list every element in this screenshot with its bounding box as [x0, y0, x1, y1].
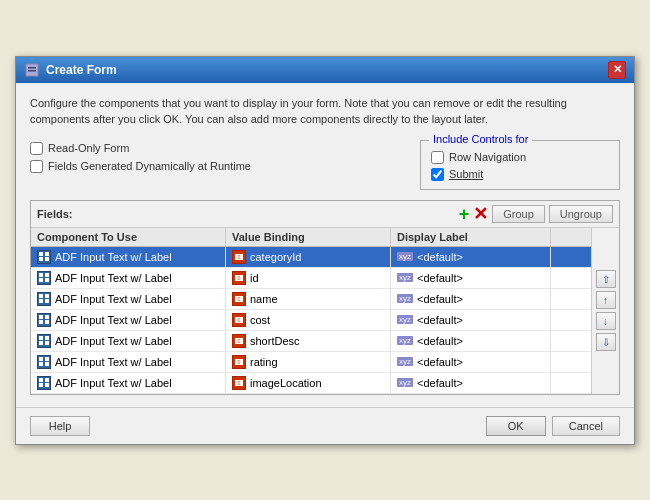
- nav-arrows: ⇧ ↑ ↓ ⇩: [591, 228, 619, 394]
- ungroup-button[interactable]: Ungroup: [549, 205, 613, 223]
- remove-field-button[interactable]: ✕: [473, 205, 488, 223]
- submit-checkbox[interactable]: [431, 168, 444, 181]
- cancel-button[interactable]: Cancel: [552, 416, 620, 436]
- include-controls-legend: Include Controls for: [429, 133, 532, 145]
- component-icon: [37, 271, 51, 285]
- table-container: Component To Use Value Binding Display L…: [31, 228, 591, 394]
- cell-display: xyz <default>: [391, 268, 551, 288]
- readonly-label: Read-Only Form: [48, 142, 129, 154]
- display-badge: xyz: [397, 315, 413, 324]
- cell-binding: ≡ id: [226, 268, 391, 288]
- display-badge: xyz: [397, 252, 413, 261]
- cell-component: ADF Input Text w/ Label: [31, 310, 226, 330]
- cell-display: xyz <default>: [391, 352, 551, 372]
- col-header-component: Component To Use: [31, 228, 226, 246]
- cell-binding: ≡ imageLocation: [226, 373, 391, 393]
- table-row[interactable]: ADF Input Text w/ Label ≡ id xyz <defaul…: [31, 268, 591, 289]
- fields-section: Fields: + ✕ Group Ungroup Component To U…: [30, 200, 620, 395]
- svg-rect-1: [28, 67, 36, 69]
- component-icon: [37, 334, 51, 348]
- title-bar-left: Create Form: [24, 62, 117, 78]
- readonly-checkbox[interactable]: [30, 142, 43, 155]
- row-nav-row: Row Navigation: [431, 151, 607, 164]
- row-nav-checkbox[interactable]: [431, 151, 444, 164]
- cell-binding: ≡ rating: [226, 352, 391, 372]
- binding-icon: ≡: [232, 376, 246, 390]
- cell-display: xyz <default>: [391, 289, 551, 309]
- move-up-button[interactable]: ↑: [596, 291, 616, 309]
- fields-buttons: + ✕ Group Ungroup: [459, 205, 613, 223]
- cell-binding: ≡ shortDesc: [226, 331, 391, 351]
- table-row[interactable]: ADF Input Text w/ Label ≡ shortDesc xyz …: [31, 331, 591, 352]
- dynamic-checkbox[interactable]: [30, 160, 43, 173]
- col-header-display: Display Label: [391, 228, 551, 246]
- display-badge: xyz: [397, 294, 413, 303]
- table-row[interactable]: ADF Input Text w/ Label ≡ name xyz <defa…: [31, 289, 591, 310]
- move-down-button[interactable]: ↓: [596, 312, 616, 330]
- top-section: Read-Only Form Fields Generated Dynamica…: [30, 140, 620, 190]
- col-header-binding: Value Binding: [226, 228, 391, 246]
- component-icon: [37, 250, 51, 264]
- close-button[interactable]: ✕: [608, 61, 626, 79]
- cell-component: ADF Input Text w/ Label: [31, 247, 226, 267]
- table-row[interactable]: ADF Input Text w/ Label ≡ imageLocation …: [31, 373, 591, 394]
- dialog-icon: [24, 62, 40, 78]
- dialog-footer: Help OK Cancel: [16, 407, 634, 444]
- submit-row: Submit: [431, 168, 607, 181]
- table-row[interactable]: ADF Input Text w/ Label ≡ rating xyz <de…: [31, 352, 591, 373]
- help-button[interactable]: Help: [30, 416, 90, 436]
- footer-right-buttons: OK Cancel: [486, 416, 620, 436]
- move-bottom-button[interactable]: ⇩: [596, 333, 616, 351]
- binding-icon: ≡: [232, 334, 246, 348]
- table-row[interactable]: ADF Input Text w/ Label ≡ categoryId xyz…: [31, 247, 591, 268]
- display-badge: xyz: [397, 273, 413, 282]
- cell-binding: ≡ name: [226, 289, 391, 309]
- display-badge: xyz: [397, 378, 413, 387]
- description-text: Configure the components that you want t…: [30, 95, 620, 128]
- table-area: Component To Use Value Binding Display L…: [31, 228, 619, 394]
- cell-display: xyz <default>: [391, 331, 551, 351]
- display-badge: xyz: [397, 336, 413, 345]
- component-icon: [37, 355, 51, 369]
- cell-component: ADF Input Text w/ Label: [31, 331, 226, 351]
- fields-header: Fields: + ✕ Group Ungroup: [31, 201, 619, 228]
- component-icon: [37, 292, 51, 306]
- title-bar: Create Form ✕: [16, 57, 634, 83]
- dialog-body: Configure the components that you want t…: [16, 83, 634, 407]
- component-icon: [37, 376, 51, 390]
- ok-button[interactable]: OK: [486, 416, 546, 436]
- submit-label: Submit: [449, 168, 483, 180]
- cell-display: xyz <default>: [391, 373, 551, 393]
- cell-display: xyz <default>: [391, 247, 551, 267]
- left-checkboxes: Read-Only Form Fields Generated Dynamica…: [30, 142, 251, 173]
- cell-binding: ≡ cost: [226, 310, 391, 330]
- cell-component: ADF Input Text w/ Label: [31, 373, 226, 393]
- include-controls-box: Include Controls for Row Navigation Subm…: [420, 140, 620, 190]
- cell-component: ADF Input Text w/ Label: [31, 268, 226, 288]
- dialog-title: Create Form: [46, 63, 117, 77]
- binding-icon: ≡: [232, 355, 246, 369]
- fields-label: Fields:: [37, 208, 72, 220]
- cell-component: ADF Input Text w/ Label: [31, 289, 226, 309]
- svg-rect-2: [28, 70, 36, 72]
- cell-display: xyz <default>: [391, 310, 551, 330]
- move-top-button[interactable]: ⇧: [596, 270, 616, 288]
- cell-binding: ≡ categoryId: [226, 247, 391, 267]
- readonly-row: Read-Only Form: [30, 142, 251, 155]
- dynamic-label: Fields Generated Dynamically at Runtime: [48, 160, 251, 172]
- group-button[interactable]: Group: [492, 205, 545, 223]
- table-row[interactable]: ADF Input Text w/ Label ≡ cost xyz <defa…: [31, 310, 591, 331]
- cell-component: ADF Input Text w/ Label: [31, 352, 226, 372]
- binding-icon: ≡: [232, 250, 246, 264]
- table-header: Component To Use Value Binding Display L…: [31, 228, 591, 247]
- add-field-button[interactable]: +: [459, 205, 470, 223]
- component-icon: [37, 313, 51, 327]
- create-form-dialog: Create Form ✕ Configure the components t…: [15, 56, 635, 445]
- binding-icon: ≡: [232, 271, 246, 285]
- dynamic-row: Fields Generated Dynamically at Runtime: [30, 160, 251, 173]
- display-badge: xyz: [397, 357, 413, 366]
- binding-icon: ≡: [232, 313, 246, 327]
- row-nav-label: Row Navigation: [449, 151, 526, 163]
- binding-icon: ≡: [232, 292, 246, 306]
